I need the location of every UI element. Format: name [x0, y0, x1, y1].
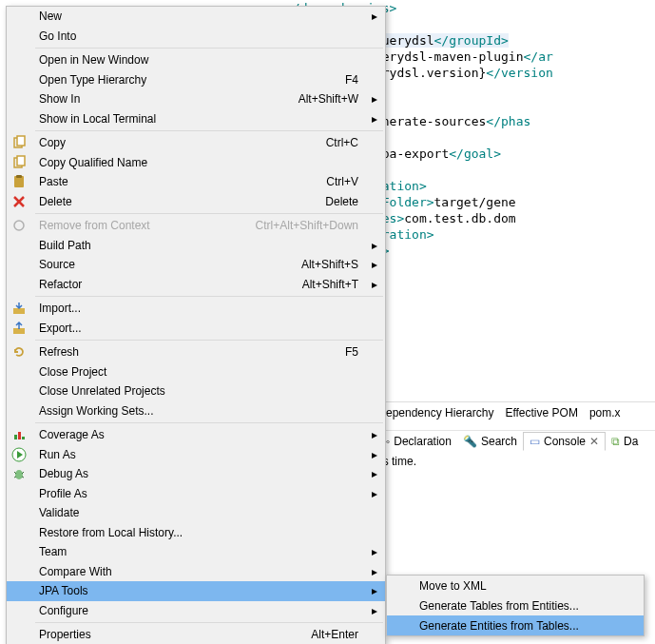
menu-separator: [35, 48, 383, 49]
submenu-arrow-icon: ▸: [368, 278, 377, 291]
submenu-arrow-icon: ▸: [368, 10, 377, 23]
copy-icon: [11, 135, 27, 150]
menu-item-jpa-tools[interactable]: JPA Tools▸: [7, 581, 385, 601]
menu-item-label: Open Type Hierarchy: [39, 73, 345, 87]
menu-item-export[interactable]: Export...: [7, 319, 385, 339]
menu-item-label: Import...: [39, 302, 368, 315]
delete-icon: [11, 194, 27, 209]
menu-item-copy-qualified-name[interactable]: Copy Qualified Name: [7, 153, 385, 173]
views-tabs: ◦ Declaration 🔦 Search ▭ Console ✕ ⧉ Da: [380, 430, 655, 452]
refresh-icon: [11, 344, 27, 360]
menu-item-label: Close Unrelated Projects: [39, 384, 368, 398]
tab-console[interactable]: ▭ Console ✕: [523, 432, 606, 451]
menu-item-coverage-as[interactable]: Coverage As▸: [7, 425, 385, 445]
menu-item-label: Validate: [39, 506, 368, 519]
menu-item-go-into[interactable]: Go Into: [7, 27, 385, 47]
menu-item-label: Coverage As: [39, 428, 368, 441]
menu-item-close-unrelated-projects[interactable]: Close Unrelated Projects: [7, 381, 385, 401]
menu-item-refactor[interactable]: RefactorAlt+Shift+T▸: [7, 275, 385, 295]
menu-item-build-path[interactable]: Build Path▸: [7, 236, 385, 256]
menu-item-compare-with[interactable]: Compare With▸: [7, 562, 385, 582]
menu-item-run-as[interactable]: Run As▸: [7, 445, 385, 465]
menu-item-label: Refresh: [39, 345, 345, 359]
menu-separator: [35, 340, 383, 341]
tab-pom-xml[interactable]: pom.x: [584, 404, 626, 421]
debug-icon: [11, 466, 27, 481]
menu-item-label: Close Project: [39, 365, 368, 379]
submenu-arrow-icon: ▸: [368, 258, 377, 271]
menu-item-label: Configure: [39, 604, 368, 617]
svg-point-16: [15, 470, 23, 479]
menu-item-restore-from-local-history[interactable]: Restore from Local History...: [7, 523, 385, 543]
menu-item-show-in-local-terminal[interactable]: Show in Local Terminal▸: [7, 109, 385, 129]
svg-rect-5: [16, 175, 22, 178]
svg-rect-12: [18, 432, 21, 439]
menu-item-label: Export...: [39, 322, 368, 335]
pom-tabs: ependency Hierarchy Effective POM pom.x: [380, 401, 655, 423]
menu-item-label: JPA Tools: [39, 584, 368, 597]
menu-item-debug-as[interactable]: Debug As▸: [7, 464, 385, 484]
tab-effective-pom[interactable]: Effective POM: [499, 404, 583, 421]
menu-item-label: Compare With: [39, 565, 368, 578]
menu-item-label: Team: [39, 545, 368, 558]
menu-item-close-project[interactable]: Close Project: [7, 362, 385, 382]
svg-rect-1: [17, 136, 25, 146]
submenu-item-generate-entities-from-tables[interactable]: Generate Entities from Tables...: [387, 615, 644, 635]
menu-item-assign-working-sets[interactable]: Assign Working Sets...: [7, 401, 385, 421]
submenu-item-move-to-xml[interactable]: Move to XML: [387, 576, 644, 595]
console-icon: ▭: [530, 435, 540, 448]
submenu-arrow-icon: ▸: [368, 467, 377, 480]
menu-item-shortcut: F4: [345, 73, 358, 87]
menu-item-label: Remove from Context: [39, 219, 256, 232]
menu-item-copy[interactable]: CopyCtrl+C: [7, 133, 385, 153]
menu-item-shortcut: Ctrl+C: [326, 136, 358, 149]
context-menu[interactable]: New▸Go IntoOpen in New WindowOpen Type H…: [6, 6, 386, 644]
submenu-arrow-icon: ▸: [368, 604, 377, 617]
jpa-tools-submenu[interactable]: Move to XMLGenerate Tables from Entities…: [386, 575, 645, 636]
menu-item-refresh[interactable]: RefreshF5: [7, 342, 385, 362]
tab-declaration[interactable]: ◦ Declaration: [380, 433, 457, 450]
menu-item-paste[interactable]: PasteCtrl+V: [7, 172, 385, 192]
run-icon: [11, 447, 27, 462]
tab-console-label: Console: [544, 435, 586, 448]
menu-item-shortcut: F5: [345, 345, 358, 359]
menu-item-delete[interactable]: DeleteDelete: [7, 192, 385, 212]
tab-dependency-hierarchy[interactable]: ependency Hierarchy: [380, 404, 499, 421]
menu-item-label: Debug As: [39, 467, 368, 480]
menu-separator: [35, 422, 383, 423]
menu-item-label: Go Into: [39, 29, 368, 43]
menu-item-new[interactable]: New▸: [7, 7, 385, 27]
menu-separator: [35, 622, 383, 623]
menu-item-label: Delete: [39, 195, 325, 208]
submenu-arrow-icon: ▸: [368, 112, 377, 126]
menu-item-label: Paste: [39, 175, 326, 188]
menu-item-properties[interactable]: PropertiesAlt+Enter: [7, 625, 385, 644]
menu-item-label: New: [39, 10, 368, 23]
paste-icon: [11, 174, 27, 189]
menu-item-shortcut: Ctrl+Alt+Shift+Down: [256, 219, 358, 232]
svg-rect-11: [14, 435, 17, 439]
close-icon[interactable]: ✕: [589, 435, 599, 448]
remove-icon: [11, 218, 27, 233]
menu-item-source[interactable]: SourceAlt+Shift+S▸: [7, 255, 385, 275]
submenu-arrow-icon: ▸: [368, 428, 377, 441]
menu-item-label: Copy Qualified Name: [39, 156, 368, 169]
menu-item-label: Show In: [39, 92, 299, 106]
menu-item-profile-as[interactable]: Profile As▸: [7, 484, 385, 504]
tab-data[interactable]: ⧉ Da: [606, 433, 644, 450]
menu-item-validate[interactable]: Validate: [7, 503, 385, 523]
menu-item-open-in-new-window[interactable]: Open in New Window: [7, 50, 385, 70]
tab-declaration-label: Declaration: [394, 435, 452, 448]
menu-item-label: Restore from Local History...: [39, 526, 368, 539]
submenu-arrow-icon: ▸: [368, 545, 377, 558]
menu-item-configure[interactable]: Configure▸: [7, 601, 385, 621]
tab-search[interactable]: 🔦 Search: [457, 433, 523, 450]
menu-item-team[interactable]: Team▸: [7, 542, 385, 562]
menu-item-show-in[interactable]: Show InAlt+Shift+W▸: [7, 89, 385, 109]
submenu-item-generate-tables-from-entities[interactable]: Generate Tables from Entities...: [387, 595, 644, 615]
menu-item-label: Refactor: [39, 278, 302, 291]
menu-item-import[interactable]: Import...: [7, 299, 385, 319]
svg-line-19: [14, 477, 16, 478]
menu-item-shortcut: Alt+Shift+S: [301, 258, 358, 271]
menu-item-open-type-hierarchy[interactable]: Open Type HierarchyF4: [7, 70, 385, 90]
